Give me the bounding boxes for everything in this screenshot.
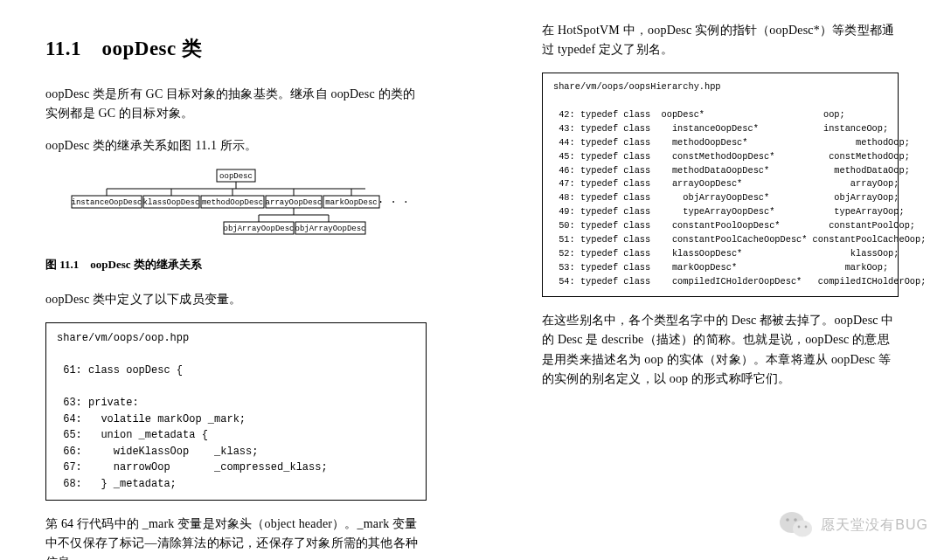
- paragraph: 第 64 行代码中的 _mark 变量是对象头（object header）。_…: [45, 515, 427, 561]
- node-leaf-1: objArrayOopDesc: [295, 215, 365, 234]
- code-block-hierarchy-hpp: share/vm/oops/oopsHierarchy.hpp 42: type…: [542, 73, 899, 297]
- node-mid-1: klassOopDesc: [143, 189, 200, 208]
- watermark-text: 愿天堂没有BUG: [821, 516, 928, 535]
- wechat-icon: [779, 509, 814, 541]
- watermark: 愿天堂没有BUG: [779, 509, 928, 541]
- right-column: 在 HotSpotVM 中，oopDesc 实例的指针（oopDesc*）等类型…: [472, 0, 944, 560]
- node-mid-0: instanceOopDesc: [71, 189, 142, 208]
- svg-text:methodOopDesc: methodOopDesc: [202, 199, 263, 208]
- inheritance-diagram: oopDesc instanceOopDesc klassOopDesc met…: [61, 168, 411, 246]
- paragraph: 在 HotSpotVM 中，oopDesc 实例的指针（oopDesc*）等类型…: [542, 21, 899, 60]
- node-root: oopDesc: [219, 173, 253, 182]
- svg-text:objArrayOopDesc: objArrayOopDesc: [223, 225, 294, 234]
- paragraph: oopDesc 类的继承关系如图 11.1 所示。: [45, 136, 427, 156]
- node-leaf-0: objArrayOopDesc: [223, 215, 294, 234]
- node-mid-3: arrayOopDesc: [266, 189, 323, 208]
- node-mid-2: methodOopDesc: [201, 189, 264, 208]
- ellipsis: · · ·: [378, 197, 409, 209]
- svg-text:objArrayOopDesc: objArrayOopDesc: [295, 225, 365, 234]
- paragraph: oopDesc 类是所有 GC 目标对象的抽象基类。继承自 oopDesc 的类…: [45, 85, 427, 124]
- paragraph: 在这些别名中，各个类型名字中的 Desc 都被去掉了。oopDesc 中的 De…: [542, 311, 899, 390]
- svg-point-29: [795, 518, 798, 522]
- section-title: 11.1 oopDesc 类: [45, 35, 427, 62]
- svg-text:klassOopDesc: klassOopDesc: [143, 199, 200, 208]
- svg-point-27: [793, 521, 812, 537]
- figure-caption: 图 11.1 oopDesc 类的继承关系: [45, 257, 427, 273]
- svg-point-30: [798, 526, 801, 529]
- paragraph: oopDesc 类中定义了以下成员变量。: [45, 290, 427, 309]
- svg-text:arrayOopDesc: arrayOopDesc: [266, 199, 323, 208]
- svg-text:markOopDesc: markOopDesc: [325, 199, 377, 208]
- svg-text:instanceOopDesc: instanceOopDesc: [71, 199, 142, 208]
- svg-point-28: [787, 518, 790, 522]
- code-block-oop-hpp: share/vm/oops/oop.hpp 61: class oopDesc …: [45, 322, 427, 501]
- left-column: 11.1 oopDesc 类 oopDesc 类是所有 GC 目标对象的抽象基类…: [0, 0, 472, 560]
- node-mid-4: markOopDesc: [323, 189, 379, 208]
- svg-point-31: [805, 526, 808, 529]
